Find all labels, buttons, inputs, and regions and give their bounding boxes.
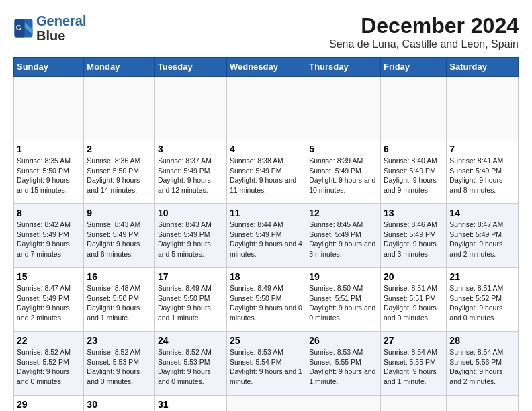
day-info: Sunrise: 8:52 AM Sunset: 5:53 PM Dayligh… bbox=[158, 347, 224, 387]
day-number: 23 bbox=[87, 335, 152, 346]
calendar-cell: 1 Sunrise: 8:35 AM Sunset: 5:50 PM Dayli… bbox=[14, 140, 84, 204]
day-number: 13 bbox=[384, 208, 443, 218]
calendar-cell: 14 Sunrise: 8:47 AM Sunset: 5:49 PM Dayl… bbox=[447, 204, 519, 268]
day-info: Sunrise: 8:53 AM Sunset: 5:54 PM Dayligh… bbox=[230, 347, 303, 387]
day-info: Sunrise: 8:43 AM Sunset: 5:49 PM Dayligh… bbox=[87, 220, 152, 259]
calendar-cell bbox=[14, 77, 84, 140]
day-number: 17 bbox=[158, 271, 224, 282]
day-number: 26 bbox=[309, 335, 378, 346]
day-info: Sunrise: 8:51 AM Sunset: 5:52 PM Dayligh… bbox=[449, 283, 515, 323]
day-number: 7 bbox=[449, 144, 515, 154]
day-number: 10 bbox=[158, 208, 224, 218]
calendar-week-row: 29 Sunrise: 8:54 AM Sunset: 5:57 PM Dayl… bbox=[14, 396, 519, 412]
calendar-week-row: 1 Sunrise: 8:35 AM Sunset: 5:50 PM Dayli… bbox=[14, 140, 519, 204]
calendar-cell bbox=[381, 77, 447, 140]
day-info: Sunrise: 8:35 AM Sunset: 5:50 PM Dayligh… bbox=[17, 156, 81, 195]
calendar-cell bbox=[84, 77, 155, 140]
logo-icon: G bbox=[13, 18, 34, 38]
day-number: 28 bbox=[449, 335, 515, 346]
calendar-table: Sunday Monday Tuesday Wednesday Thursday… bbox=[13, 57, 519, 411]
day-number: 5 bbox=[309, 144, 378, 154]
calendar-cell bbox=[381, 396, 447, 412]
calendar-body: 1 Sunrise: 8:35 AM Sunset: 5:50 PM Dayli… bbox=[14, 77, 519, 412]
day-number: 30 bbox=[87, 399, 152, 410]
calendar-cell: 15 Sunrise: 8:47 AM Sunset: 5:49 PM Dayl… bbox=[14, 268, 84, 332]
day-number: 24 bbox=[158, 335, 224, 346]
col-thursday: Thursday bbox=[306, 58, 381, 77]
day-number: 3 bbox=[158, 144, 224, 154]
calendar-cell bbox=[447, 396, 519, 412]
calendar-cell: 6 Sunrise: 8:40 AM Sunset: 5:49 PM Dayli… bbox=[381, 140, 447, 204]
day-number: 25 bbox=[230, 335, 303, 346]
day-info: Sunrise: 8:52 AM Sunset: 5:53 PM Dayligh… bbox=[87, 347, 152, 387]
col-wednesday: Wednesday bbox=[226, 58, 306, 77]
day-number: 14 bbox=[449, 208, 515, 218]
calendar-cell: 30 Sunrise: 8:54 AM Sunset: 5:57 PM Dayl… bbox=[84, 396, 155, 412]
calendar-cell: 2 Sunrise: 8:36 AM Sunset: 5:50 PM Dayli… bbox=[84, 140, 155, 204]
day-number: 19 bbox=[309, 271, 378, 282]
day-info: Sunrise: 8:36 AM Sunset: 5:50 PM Dayligh… bbox=[87, 156, 152, 195]
day-number: 2 bbox=[87, 144, 152, 154]
day-number: 12 bbox=[309, 208, 378, 218]
day-number: 29 bbox=[17, 399, 81, 410]
calendar-cell: 22 Sunrise: 8:52 AM Sunset: 5:52 PM Dayl… bbox=[14, 332, 84, 396]
day-number: 15 bbox=[17, 271, 81, 282]
day-info: Sunrise: 8:37 AM Sunset: 5:49 PM Dayligh… bbox=[158, 156, 224, 195]
day-number: 16 bbox=[87, 271, 152, 282]
calendar-cell bbox=[306, 77, 381, 140]
day-info: Sunrise: 8:45 AM Sunset: 5:49 PM Dayligh… bbox=[309, 220, 378, 259]
calendar-cell: 17 Sunrise: 8:49 AM Sunset: 5:50 PM Dayl… bbox=[154, 268, 226, 332]
calendar-cell bbox=[447, 77, 519, 140]
calendar-cell: 25 Sunrise: 8:53 AM Sunset: 5:54 PM Dayl… bbox=[226, 332, 306, 396]
calendar-cell: 16 Sunrise: 8:48 AM Sunset: 5:50 PM Dayl… bbox=[84, 268, 155, 332]
day-number: 18 bbox=[230, 271, 303, 282]
calendar-cell: 20 Sunrise: 8:51 AM Sunset: 5:51 PM Dayl… bbox=[381, 268, 447, 332]
calendar-cell: 29 Sunrise: 8:54 AM Sunset: 5:57 PM Dayl… bbox=[14, 396, 84, 412]
col-friday: Friday bbox=[381, 58, 447, 77]
calendar-cell: 10 Sunrise: 8:43 AM Sunset: 5:49 PM Dayl… bbox=[154, 204, 226, 268]
calendar-cell: 7 Sunrise: 8:41 AM Sunset: 5:49 PM Dayli… bbox=[447, 140, 519, 204]
calendar-cell: 26 Sunrise: 8:53 AM Sunset: 5:55 PM Dayl… bbox=[306, 332, 381, 396]
day-info: Sunrise: 8:39 AM Sunset: 5:49 PM Dayligh… bbox=[309, 156, 378, 195]
col-saturday: Saturday bbox=[447, 58, 519, 77]
header: G General Blue December 2024 Sena de Lun… bbox=[13, 13, 519, 50]
calendar-cell: 19 Sunrise: 8:50 AM Sunset: 5:51 PM Dayl… bbox=[306, 268, 381, 332]
day-info: Sunrise: 8:41 AM Sunset: 5:49 PM Dayligh… bbox=[449, 156, 515, 195]
logo-line1: General bbox=[36, 13, 86, 28]
day-info: Sunrise: 8:47 AM Sunset: 5:49 PM Dayligh… bbox=[449, 220, 515, 259]
location-title: Sena de Luna, Castille and Leon, Spain bbox=[329, 38, 519, 50]
day-number: 21 bbox=[449, 271, 515, 282]
svg-text:G: G bbox=[16, 24, 21, 32]
day-number: 22 bbox=[17, 335, 81, 346]
col-monday: Monday bbox=[84, 58, 155, 77]
day-info: Sunrise: 8:54 AM Sunset: 5:55 PM Dayligh… bbox=[384, 347, 443, 387]
day-number: 4 bbox=[230, 144, 303, 154]
day-number: 1 bbox=[17, 144, 81, 154]
day-info: Sunrise: 8:42 AM Sunset: 5:49 PM Dayligh… bbox=[17, 220, 81, 259]
day-info: Sunrise: 8:43 AM Sunset: 5:49 PM Dayligh… bbox=[158, 220, 224, 259]
calendar-cell bbox=[306, 396, 381, 412]
calendar-cell bbox=[154, 77, 226, 140]
calendar-cell: 9 Sunrise: 8:43 AM Sunset: 5:49 PM Dayli… bbox=[84, 204, 155, 268]
day-number: 9 bbox=[87, 208, 152, 218]
day-info: Sunrise: 8:54 AM Sunset: 5:56 PM Dayligh… bbox=[449, 347, 515, 387]
day-info: Sunrise: 8:53 AM Sunset: 5:55 PM Dayligh… bbox=[309, 347, 378, 387]
calendar-cell: 12 Sunrise: 8:45 AM Sunset: 5:49 PM Dayl… bbox=[306, 204, 381, 268]
day-info: Sunrise: 8:49 AM Sunset: 5:50 PM Dayligh… bbox=[230, 283, 303, 323]
day-info: Sunrise: 8:52 AM Sunset: 5:52 PM Dayligh… bbox=[17, 347, 81, 387]
day-number: 20 bbox=[384, 271, 443, 282]
calendar-cell: 18 Sunrise: 8:49 AM Sunset: 5:50 PM Dayl… bbox=[226, 268, 306, 332]
calendar-week-row: 22 Sunrise: 8:52 AM Sunset: 5:52 PM Dayl… bbox=[14, 332, 519, 396]
calendar-cell: 8 Sunrise: 8:42 AM Sunset: 5:49 PM Dayli… bbox=[14, 204, 84, 268]
month-title: December 2024 bbox=[329, 13, 519, 38]
day-info: Sunrise: 8:46 AM Sunset: 5:49 PM Dayligh… bbox=[384, 220, 443, 259]
calendar-week-row: 15 Sunrise: 8:47 AM Sunset: 5:49 PM Dayl… bbox=[14, 268, 519, 332]
day-info: Sunrise: 8:51 AM Sunset: 5:51 PM Dayligh… bbox=[384, 283, 443, 323]
day-info: Sunrise: 8:48 AM Sunset: 5:50 PM Dayligh… bbox=[87, 283, 152, 323]
day-number: 11 bbox=[230, 208, 303, 218]
calendar-cell: 4 Sunrise: 8:38 AM Sunset: 5:49 PM Dayli… bbox=[226, 140, 306, 204]
calendar-cell: 23 Sunrise: 8:52 AM Sunset: 5:53 PM Dayl… bbox=[84, 332, 155, 396]
day-info: Sunrise: 8:49 AM Sunset: 5:50 PM Dayligh… bbox=[158, 283, 224, 323]
calendar-week-row: 8 Sunrise: 8:42 AM Sunset: 5:49 PM Dayli… bbox=[14, 204, 519, 268]
title-area: December 2024 Sena de Luna, Castille and… bbox=[329, 13, 519, 50]
